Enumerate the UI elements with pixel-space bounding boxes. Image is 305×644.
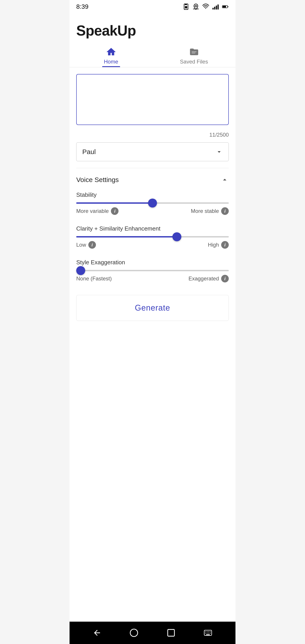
- stability-slider-labels: More variable i More stable i: [76, 207, 229, 215]
- clarity-slider-container: [76, 236, 229, 238]
- text-input[interactable]: [77, 74, 228, 124]
- divider-1: [76, 168, 229, 168]
- char-counter: 11/2500: [70, 132, 236, 140]
- clarity-slider-fill: [76, 236, 177, 238]
- clarity-label: Clarity + Similarity Enhancement: [76, 225, 229, 232]
- clarity-left-text: Low: [76, 242, 86, 248]
- clarity-right-label: High i: [208, 241, 229, 249]
- stability-slider-fill: [76, 202, 152, 204]
- back-button[interactable]: [90, 626, 104, 640]
- nav-tabs: Home Saved Files: [70, 44, 236, 67]
- stability-right-label: More stable i: [191, 207, 229, 215]
- stability-left-text: More variable: [76, 208, 109, 214]
- clarity-right-info-icon[interactable]: i: [221, 241, 229, 249]
- svg-rect-7: [216, 6, 217, 10]
- svg-rect-13: [192, 53, 196, 54]
- style-exaggeration-left-text: None (Fastest): [76, 276, 112, 282]
- clarity-slider-thumb[interactable]: [172, 232, 181, 241]
- chevron-down-icon: [216, 148, 223, 156]
- svg-rect-12: [192, 52, 196, 52]
- svg-rect-10: [228, 6, 228, 7]
- stability-slider-thumb[interactable]: [148, 198, 157, 208]
- keyboard-icon: [204, 628, 212, 637]
- style-exaggeration-section: Style Exaggeration None (Fastest) Exagge…: [70, 257, 236, 290]
- tab-home-indicator: [102, 66, 120, 67]
- stability-right-info-icon[interactable]: i: [221, 207, 229, 215]
- sim-icon: [183, 3, 190, 10]
- wifi-icon: [202, 3, 209, 10]
- battery-icon: [222, 3, 229, 10]
- svg-rect-6: [214, 7, 215, 10]
- voice-settings-header[interactable]: Voice Settings: [70, 170, 236, 189]
- voice-settings-title: Voice Settings: [76, 176, 119, 184]
- stability-left-label: More variable i: [76, 207, 118, 215]
- stability-right-text: More stable: [191, 208, 219, 214]
- clarity-left-label: Low i: [76, 241, 96, 249]
- tab-home-label: Home: [104, 58, 118, 65]
- voice-selector-value: Paul: [82, 148, 96, 156]
- style-exaggeration-right-info-icon[interactable]: i: [221, 275, 229, 282]
- text-input-container: [76, 74, 229, 125]
- svg-point-2: [195, 5, 197, 7]
- signal-icon: [212, 3, 219, 10]
- svg-rect-15: [168, 630, 174, 636]
- stability-slider-track: [76, 202, 229, 204]
- svg-point-4: [205, 8, 206, 9]
- voice-selector[interactable]: Paul: [76, 142, 229, 161]
- status-icons: [183, 3, 229, 10]
- status-time: 8:39: [76, 3, 88, 10]
- clarity-slider-labels: Low i High i: [76, 241, 229, 249]
- style-exaggeration-label: Style Exaggeration: [76, 259, 229, 266]
- svg-rect-8: [218, 4, 219, 10]
- stability-section: Stability More variable i More stable i: [70, 189, 236, 223]
- clarity-left-info-icon[interactable]: i: [88, 241, 96, 249]
- stability-label: Stability: [76, 192, 229, 198]
- style-exaggeration-right-label: Exaggerated i: [188, 275, 229, 282]
- svg-rect-1: [185, 6, 187, 8]
- style-exaggeration-slider-thumb[interactable]: [76, 266, 85, 275]
- svg-point-14: [130, 629, 138, 636]
- folder-icon: [189, 47, 199, 57]
- generate-button[interactable]: Generate: [76, 295, 229, 321]
- clarity-section: Clarity + Similarity Enhancement Low i H…: [70, 223, 236, 257]
- app-title: SpeakUp: [70, 14, 236, 44]
- svg-rect-5: [212, 8, 214, 10]
- status-bar: 8:39: [70, 0, 236, 14]
- recents-button[interactable]: [164, 626, 178, 640]
- recents-icon: [166, 628, 176, 637]
- clarity-slider-track: [76, 236, 229, 238]
- home-icon: [106, 47, 116, 57]
- home-button[interactable]: [127, 626, 141, 640]
- tab-saved-files-label: Saved Files: [180, 58, 208, 65]
- circle-icon: [130, 628, 138, 637]
- style-exaggeration-slider-container: [76, 270, 229, 271]
- stability-left-info-icon[interactable]: i: [111, 207, 118, 215]
- tab-saved-files[interactable]: Saved Files: [152, 44, 236, 67]
- tab-home[interactable]: Home: [70, 44, 152, 67]
- style-exaggeration-left-label: None (Fastest): [76, 276, 112, 282]
- keyboard-button[interactable]: [201, 626, 215, 640]
- style-exaggeration-slider-labels: None (Fastest) Exaggerated i: [76, 275, 229, 282]
- chevron-up-icon: [221, 176, 229, 184]
- location-icon: [192, 3, 199, 10]
- clarity-right-text: High: [208, 242, 219, 248]
- stability-slider-container: [76, 202, 229, 204]
- back-icon: [92, 628, 102, 637]
- bottom-nav: [70, 622, 236, 644]
- svg-rect-11: [223, 6, 226, 8]
- generate-button-label: Generate: [135, 303, 170, 312]
- style-exaggeration-right-text: Exaggerated: [188, 276, 219, 282]
- style-exaggeration-slider-track: [76, 270, 229, 271]
